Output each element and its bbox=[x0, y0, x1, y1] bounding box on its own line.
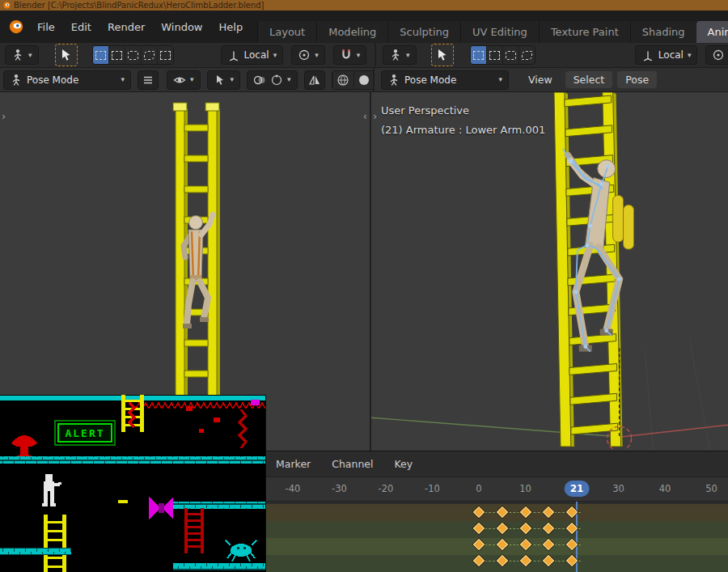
ruler-frame-label: -40 bbox=[286, 483, 301, 494]
game-bullet bbox=[118, 500, 128, 503]
collections-menu-button[interactable] bbox=[138, 70, 159, 90]
chevron-down-icon bbox=[231, 76, 235, 83]
viewport-header-row: Pose Mode bbox=[0, 68, 728, 92]
mode-dropdown[interactable]: Pose Mode bbox=[3, 70, 131, 90]
menu-view[interactable]: View bbox=[520, 71, 561, 88]
app-menus: File Edit Render Window Help bbox=[29, 18, 251, 36]
menu-file[interactable]: File bbox=[29, 18, 63, 36]
orientation-label: Local bbox=[244, 49, 269, 61]
tab-uv-editing[interactable]: UV Editing bbox=[460, 21, 539, 43]
ruler-frame-label: -20 bbox=[379, 483, 394, 494]
overlays-dropdown[interactable] bbox=[247, 70, 298, 90]
menu-select[interactable]: Select bbox=[565, 71, 613, 88]
dope-sheet: Marker Channel Key 21 -40-30-20-10010304… bbox=[265, 451, 728, 572]
channel-band bbox=[265, 521, 728, 538]
dashed-box-icon bbox=[489, 51, 500, 60]
blender-logo-icon[interactable] bbox=[8, 19, 24, 35]
chevron-down-icon bbox=[688, 52, 692, 59]
select-extra-button[interactable] bbox=[157, 46, 173, 64]
select-circle-button[interactable] bbox=[125, 46, 141, 64]
dashed-circle-icon bbox=[506, 51, 516, 60]
viewport-right-scene bbox=[371, 92, 728, 449]
select-mode-group bbox=[92, 45, 174, 65]
sidebar-toggle-icon[interactable] bbox=[2, 110, 6, 122]
menu-marker[interactable]: Marker bbox=[265, 451, 321, 477]
titlebar[interactable]: Blender [C:\Projects\BlindPanicRedux\Her… bbox=[0, 0, 728, 11]
channel-band bbox=[265, 538, 728, 555]
mode-dropdown[interactable]: Pose Mode bbox=[381, 70, 509, 90]
chevron-down-icon bbox=[287, 76, 291, 83]
active-tool-button[interactable] bbox=[431, 44, 454, 66]
channel-band bbox=[265, 555, 728, 572]
eye-icon bbox=[173, 74, 186, 87]
menu-pose[interactable]: Pose bbox=[617, 71, 657, 88]
transform-orientation-dropdown[interactable]: Local bbox=[221, 45, 284, 65]
blender-window: Blender [C:\Projects\BlindPanicRedux\Her… bbox=[0, 0, 728, 572]
select-lasso-button[interactable] bbox=[518, 46, 535, 64]
tab-animation[interactable]: Animation bbox=[696, 21, 728, 43]
select-box-button[interactable] bbox=[108, 46, 125, 64]
shading-mode-group bbox=[332, 70, 375, 90]
shading-solid-button[interactable] bbox=[353, 71, 375, 89]
chevron-down-icon bbox=[273, 52, 277, 59]
select-lasso-button[interactable] bbox=[141, 46, 157, 64]
pivot-point-dropdown[interactable] bbox=[291, 45, 325, 65]
workspace-tabs: Layout Modeling Sculpting UV Editing Tex… bbox=[257, 21, 728, 43]
shading-wireframe-button[interactable] bbox=[332, 71, 353, 89]
tab-shading[interactable]: Shading bbox=[630, 21, 696, 43]
menu-render[interactable]: Render bbox=[99, 18, 153, 36]
frame-ruler[interactable]: 21 -40-30-20-10010304050 bbox=[265, 477, 728, 502]
menu-help[interactable]: Help bbox=[211, 18, 252, 36]
pose-figure-icon bbox=[10, 74, 23, 87]
chevron-down-icon bbox=[315, 52, 319, 59]
active-tool-button[interactable] bbox=[55, 44, 78, 66]
mirror-button[interactable] bbox=[304, 70, 325, 90]
visibility-dropdown[interactable] bbox=[167, 70, 201, 90]
sidebar-toggle-icon[interactable] bbox=[363, 110, 367, 122]
dope-sheet-header: Marker Channel Key bbox=[265, 451, 728, 477]
viewport-3d-right[interactable]: User Perspective (21) Armature : Lower A… bbox=[371, 92, 728, 451]
editor-type-dropdown[interactable] bbox=[5, 45, 39, 65]
transform-orientation-dropdown[interactable]: Local bbox=[635, 45, 698, 65]
menu-key[interactable]: Key bbox=[384, 451, 424, 477]
chevron-down-icon bbox=[28, 52, 32, 59]
sidebar-toggle-icon[interactable] bbox=[373, 110, 377, 122]
editor-type-dropdown[interactable] bbox=[383, 45, 417, 65]
mirror-icon bbox=[308, 74, 321, 87]
select-tweak-button[interactable] bbox=[471, 46, 486, 64]
menu-edit[interactable]: Edit bbox=[63, 18, 99, 36]
pose-figure-icon bbox=[387, 74, 400, 87]
game-red-zigzag-band bbox=[136, 401, 265, 409]
ruler-frame-label: -10 bbox=[425, 483, 440, 494]
selectability-dropdown[interactable] bbox=[207, 70, 241, 90]
game-reference-overlay: ALERT bbox=[0, 395, 266, 572]
select-box-button[interactable] bbox=[486, 46, 502, 64]
wireframe-globe-icon bbox=[336, 74, 349, 87]
tab-sculpting[interactable]: Sculpting bbox=[387, 21, 460, 43]
select-mode-group bbox=[470, 45, 535, 65]
select-circle-button[interactable] bbox=[502, 46, 518, 64]
floor-grid bbox=[371, 338, 728, 449]
ruler-frame-label: 40 bbox=[659, 483, 671, 494]
dashed-box-icon bbox=[473, 51, 484, 60]
ruler-frame-label: -30 bbox=[332, 483, 347, 494]
chevron-down-icon bbox=[498, 76, 502, 83]
tab-layout[interactable]: Layout bbox=[257, 21, 316, 43]
dashed-box-icon bbox=[160, 51, 171, 60]
tab-texture-paint[interactable]: Texture Paint bbox=[539, 21, 630, 43]
cursor-arrow-icon bbox=[60, 49, 73, 61]
viewport-perspective-label: User Perspective bbox=[381, 101, 545, 121]
select-tweak-button[interactable] bbox=[93, 46, 108, 64]
menu-window[interactable]: Window bbox=[153, 18, 210, 36]
pivot-point-dropdown[interactable] bbox=[705, 45, 728, 65]
game-platform bbox=[0, 548, 71, 555]
tab-modeling[interactable]: Modeling bbox=[316, 21, 387, 43]
game-platform bbox=[0, 456, 265, 464]
chevron-down-icon bbox=[357, 52, 361, 59]
ruler-frame-label: 50 bbox=[705, 483, 717, 494]
menu-channel[interactable]: Channel bbox=[321, 451, 383, 477]
snapping-dropdown[interactable] bbox=[333, 45, 367, 65]
keyframe-area[interactable] bbox=[265, 502, 728, 572]
game-alert-box: ALERT bbox=[55, 421, 115, 445]
current-frame-indicator[interactable]: 21 bbox=[565, 481, 590, 497]
